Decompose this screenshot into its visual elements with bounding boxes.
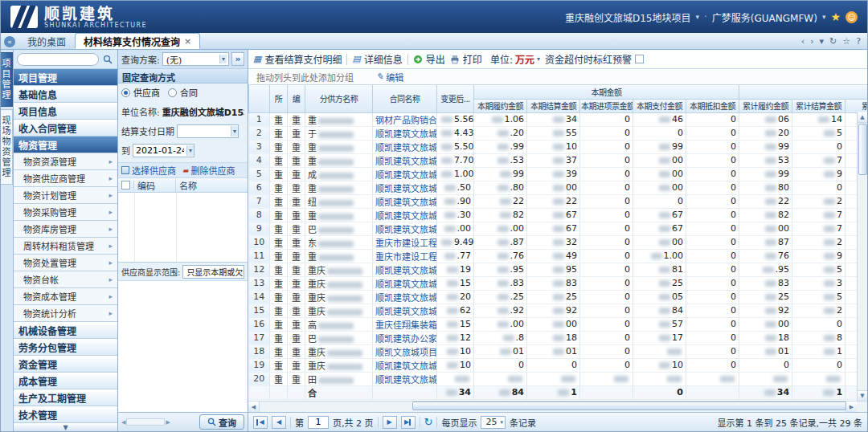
contract-link[interactable]: 顺凯建筑文旅城.. — [375, 361, 437, 372]
tab-scroll-right-icon[interactable]: › — [810, 36, 813, 47]
table-row[interactable]: 5重重成顺凯建筑文旅城..1.0099390000999 — [249, 167, 868, 181]
query-search-button[interactable]: 查询 — [199, 414, 244, 430]
contract-link[interactable]: 顺凯建筑文旅城.. — [375, 198, 437, 208]
table-row[interactable]: 6重重重顺凯建筑文旅城...50.80000000800 — [249, 181, 868, 194]
table-row[interactable]: 9重重巴顺凯建筑文旅城...00.00670670007 — [249, 222, 868, 235]
module-tab-project-mgmt[interactable]: 项目管理 — [1, 52, 13, 107]
date-from-input[interactable] — [178, 126, 231, 137]
cell-contract[interactable]: 顺凯建筑文旅城.. — [373, 304, 437, 317]
cell-contract[interactable]: 钢材产品购销合同 — [373, 112, 437, 126]
contract-link[interactable]: 顺凯文旅城项目.. — [375, 348, 437, 358]
edit-columns-link[interactable]: ✎ 编辑 — [376, 71, 403, 84]
cell-contract[interactable]: 顺凯建筑文旅城.. — [373, 222, 437, 235]
contract-link[interactable]: 钢材产品购销合同 — [375, 116, 437, 126]
sidebar-item-7[interactable]: 物资计划管理▸ — [14, 187, 117, 204]
table-row[interactable]: 14重重重庆顺凯建筑文旅城..20.25250050255 — [249, 290, 868, 304]
panel-hscrollbar[interactable]: ◀ ▶ — [121, 418, 170, 426]
contract-link[interactable]: 顺凯建筑文旅城.. — [375, 157, 437, 167]
scroll-more-icon[interactable]: ▼ — [14, 422, 117, 431]
tab-list-icon[interactable]: ▾ — [820, 36, 825, 47]
sidebar-item-0[interactable]: 项目管理 — [14, 69, 117, 86]
range-select[interactable]: 只显示本期或欠付有值 — [182, 265, 244, 279]
contract-link[interactable]: 顺凯建筑文旅城.. — [375, 375, 437, 385]
table-row[interactable]: 1重重重钢材产品购销合同5.561.0634046006144 — [249, 112, 868, 126]
contract-link[interactable]: 重庆市建设工程.. — [375, 238, 437, 249]
select-all-checkbox[interactable] — [121, 181, 130, 190]
cell-contract[interactable]: 顺凯建筑文旅城.. — [373, 290, 437, 304]
sidebar-item-5[interactable]: 物资资源管理▸ — [14, 153, 117, 170]
horizontal-scrollbar[interactable]: ◀ ▶ — [248, 401, 867, 412]
col-current-settlement[interactable]: 本期结算金额 — [527, 99, 580, 112]
scroll-right-icon[interactable]: ▶ — [845, 401, 857, 412]
contract-link[interactable]: 顺凯建筑文旅城.. — [375, 143, 437, 153]
contract-link[interactable]: 顺凯建筑文旅城.. — [375, 170, 437, 181]
search-icon[interactable] — [101, 53, 114, 66]
first-page-button[interactable]: ◀ — [253, 416, 268, 429]
user-avatar-icon[interactable]: ☺ — [845, 11, 858, 23]
cell-contract[interactable]: 顺凯建筑文旅城.. — [373, 181, 437, 194]
contract-link[interactable]: 顺凯建筑文旅城.. — [375, 184, 437, 194]
cell-contract[interactable]: 顺凯建筑文旅城.. — [373, 126, 437, 140]
cell-contract[interactable]: 顺凯建筑文旅城.. — [373, 167, 437, 181]
scroll-left-icon[interactable]: ◀ — [248, 401, 260, 412]
contract-link[interactable]: 顺凯建筑文旅城.. — [375, 211, 437, 222]
sidebar-item-15[interactable]: 机械设备管理 — [14, 322, 117, 339]
select-supplier-link[interactable]: 选择供应商 — [121, 164, 176, 177]
cell-contract[interactable]: 顺凯建筑文旅城.. — [373, 140, 437, 153]
refresh-icon[interactable]: ↻ — [829, 36, 837, 47]
sidebar-item-17[interactable]: 资金管理 — [14, 356, 117, 373]
contract-link[interactable]: 顺凯建筑文旅城.. — [375, 225, 437, 235]
chevron-down-icon[interactable]: ▾ — [822, 13, 826, 21]
cell-contract[interactable]: 顺凯建筑文旅城.. — [373, 208, 437, 222]
cell-contract[interactable]: 重庆市建设工程.. — [373, 235, 437, 249]
radio-supplier[interactable]: 供应商 — [121, 86, 160, 99]
chevron-down-icon[interactable]: ▾ — [695, 13, 699, 21]
cell-contract[interactable]: 重庆佳翔集装箱.. — [373, 317, 437, 331]
col-changed-amount[interactable]: 变更后... — [437, 85, 474, 112]
refresh-icon[interactable]: ↻ — [424, 416, 433, 428]
scheme-select[interactable]: (无) ▾ — [162, 52, 229, 66]
cell-contract[interactable]: 重庆市建设工程.. — [373, 249, 437, 263]
contract-link[interactable]: 顺凯建筑文旅城.. — [375, 279, 437, 290]
sidebar-item-20[interactable]: 技术管理 — [14, 406, 117, 422]
table-row[interactable]: 20重重田顺凯建筑文旅城.. — [249, 372, 868, 385]
scroll-down-icon[interactable]: ▼ — [858, 390, 868, 401]
cell-contract[interactable]: 顺凯建筑文旅城.. — [373, 276, 437, 290]
table-row[interactable]: 11重重重重庆市建设工程...77.764901.000769 — [249, 249, 868, 263]
remove-supplier-link[interactable]: ▬ 删除供应商 — [182, 164, 235, 177]
settle-date-to[interactable]: ▾ — [133, 144, 194, 157]
mini-table-body[interactable] — [118, 193, 248, 262]
scrollbar-thumb[interactable] — [412, 401, 846, 410]
col-cumulative-settlement[interactable]: 累计结算金额 — [792, 99, 845, 112]
cell-contract[interactable]: 顺凯建筑文旅城.. — [373, 372, 437, 385]
table-row[interactable]: 18重重重庆顺凯文旅城项目..10010100011 — [249, 344, 868, 358]
sidebar-item-11[interactable]: 物资处置管理▸ — [14, 255, 117, 271]
table-row[interactable]: 12重重重庆顺凯建筑文旅城..19.95950810.955 — [249, 263, 868, 276]
favorite-icon[interactable]: ☆ — [842, 36, 850, 47]
table-row[interactable]: 4重重重顺凯建筑文旅城..7.70.53370000537 — [249, 153, 868, 167]
table-row[interactable]: 13重重重庆顺凯建筑文旅城..15.83830250833 — [249, 276, 868, 290]
col-supplier[interactable]: 分供方名称 — [305, 85, 373, 112]
detail-info-button[interactable]: ▤ 详细信息 — [352, 52, 402, 66]
favorite-star-icon[interactable]: ★ — [830, 10, 841, 23]
scroll-up-icon[interactable]: ▲ — [858, 112, 868, 123]
sidebar-item-14[interactable]: 物资统计分析▸ — [14, 305, 117, 322]
project-selector[interactable]: 重庆融创文旅城D15地块项目 — [565, 10, 691, 24]
col-current-performance[interactable]: 本期履约金额 — [474, 99, 527, 112]
sidebar-item-9[interactable]: 物资库房管理▸ — [14, 221, 117, 238]
sidebar-item-1[interactable]: 基础信息 — [14, 86, 117, 103]
tab-scroll-left-icon[interactable]: ‹ — [801, 36, 805, 47]
table-row[interactable]: 8重重重顺凯建筑文旅城...3082670670827 — [249, 208, 868, 222]
sidebar-item-10[interactable]: 周转材料租赁管理▸ — [14, 238, 117, 255]
contract-link[interactable]: 顺凯建筑文旅城.. — [375, 307, 437, 317]
sidebar-item-12[interactable]: 物资台帐▸ — [14, 271, 117, 288]
tab-material-settlement-query[interactable]: 材料结算支付情况查询 × — [75, 33, 200, 49]
export-button[interactable]: 导出 — [413, 52, 445, 66]
sidebar-search-input[interactable] — [17, 53, 99, 66]
sidebar-item-19[interactable]: 生产及工期管理 — [14, 389, 117, 406]
col-current-payment[interactable]: 本期支付金额 — [633, 99, 686, 112]
date-to-input[interactable] — [133, 145, 186, 156]
settle-date-from[interactable]: ▾ — [177, 124, 239, 138]
vertical-scrollbar[interactable]: ▲ ▼ — [857, 112, 867, 401]
cell-contract[interactable]: 顺凯文旅城项目.. — [373, 344, 437, 358]
